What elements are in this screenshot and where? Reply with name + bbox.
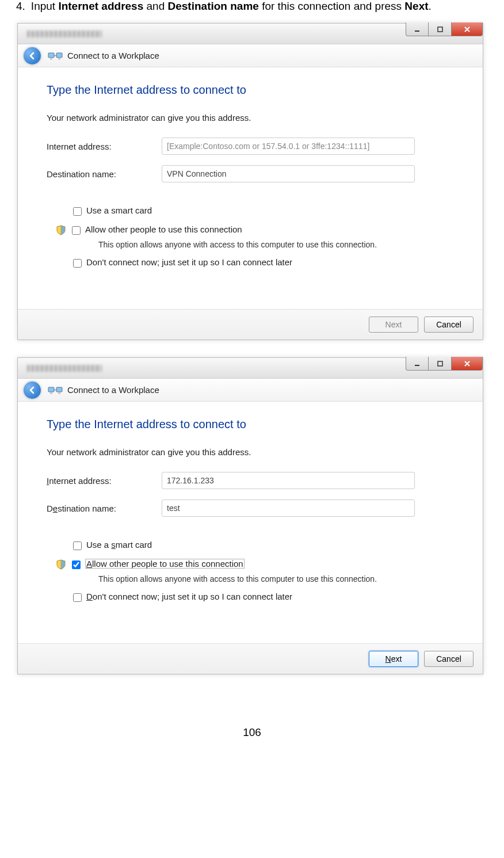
dont-connect-label: Don't connect now; just set it up so I c… — [86, 592, 292, 601]
allow-others-checkbox[interactable] — [72, 226, 81, 235]
svg-rect-9 — [56, 387, 62, 392]
cancel-button[interactable]: Cancel — [424, 651, 474, 667]
minimize-button[interactable] — [406, 22, 429, 36]
destination-name-input[interactable] — [162, 165, 415, 182]
svg-rect-10 — [50, 392, 52, 394]
next-button[interactable]: Next — [369, 316, 418, 333]
svg-rect-1 — [438, 27, 442, 32]
svg-rect-5 — [58, 58, 60, 60]
back-button[interactable] — [24, 382, 41, 399]
svg-rect-7 — [438, 361, 442, 366]
allow-others-label: Allow other people to use this connectio… — [85, 559, 245, 569]
dont-connect-checkbox[interactable] — [73, 593, 82, 602]
titlebar — [18, 358, 483, 379]
wizard-title: Connect to a Workplace — [67, 385, 159, 395]
minimize-button[interactable] — [406, 357, 429, 371]
smartcard-label: Use a smart card — [86, 540, 152, 550]
destination-name-input[interactable] — [162, 499, 415, 517]
next-button[interactable]: Next — [369, 651, 418, 667]
internet-address-label: Internet address: — [47, 476, 162, 486]
titlebar — [18, 24, 483, 44]
svg-rect-6 — [415, 365, 419, 366]
smartcard-label: Use a smart card — [86, 205, 152, 215]
allow-others-desc: This option allows anyone with access to… — [98, 240, 454, 249]
svg-rect-0 — [415, 30, 419, 32]
svg-rect-11 — [58, 392, 60, 394]
wizard-window-1: Connect to a Workplace Type the Internet… — [17, 23, 483, 340]
smartcard-checkbox[interactable] — [73, 207, 82, 216]
svg-rect-3 — [56, 53, 62, 58]
title-blurred — [27, 30, 102, 37]
allow-others-checkbox[interactable] — [72, 560, 81, 569]
shield-icon — [56, 559, 66, 570]
allow-others-label: Allow other people to use this connectio… — [85, 224, 242, 234]
back-button[interactable] — [24, 47, 41, 64]
instruction-text: 4.Input Internet address and Destination… — [16, 0, 492, 13]
page-subtext: Your network administrator can give you … — [47, 113, 454, 123]
dont-connect-checkbox[interactable] — [73, 259, 82, 268]
workplace-icon — [48, 49, 63, 62]
page-subtext: Your network administrator can give you … — [47, 447, 454, 457]
cancel-button[interactable]: Cancel — [424, 316, 474, 333]
smartcard-checkbox[interactable] — [73, 542, 82, 550]
close-button[interactable] — [452, 357, 483, 371]
page-heading: Type the Internet address to connect to — [47, 418, 454, 431]
dont-connect-label: Don't connect now; just set it up so I c… — [86, 257, 292, 267]
internet-address-input[interactable] — [162, 472, 415, 489]
allow-others-desc: This option allows anyone with access to… — [98, 574, 454, 584]
svg-rect-8 — [48, 387, 54, 392]
internet-address-label: Internet address: — [47, 142, 162, 151]
wizard-window-2: Connect to a Workplace Type the Internet… — [17, 357, 483, 674]
page-heading: Type the Internet address to connect to — [47, 83, 454, 97]
close-button[interactable] — [452, 22, 483, 36]
destination-name-label: Destination name: — [47, 504, 162, 513]
title-blurred — [27, 365, 102, 372]
maximize-button[interactable] — [429, 357, 452, 371]
svg-rect-2 — [48, 53, 54, 58]
page-number: 106 — [12, 726, 492, 739]
svg-rect-4 — [50, 58, 52, 60]
wizard-title: Connect to a Workplace — [67, 51, 159, 60]
maximize-button[interactable] — [429, 22, 452, 36]
destination-name-label: Destination name: — [47, 169, 162, 179]
shield-icon — [56, 225, 66, 235]
internet-address-input[interactable] — [162, 138, 415, 155]
workplace-icon — [48, 384, 63, 396]
